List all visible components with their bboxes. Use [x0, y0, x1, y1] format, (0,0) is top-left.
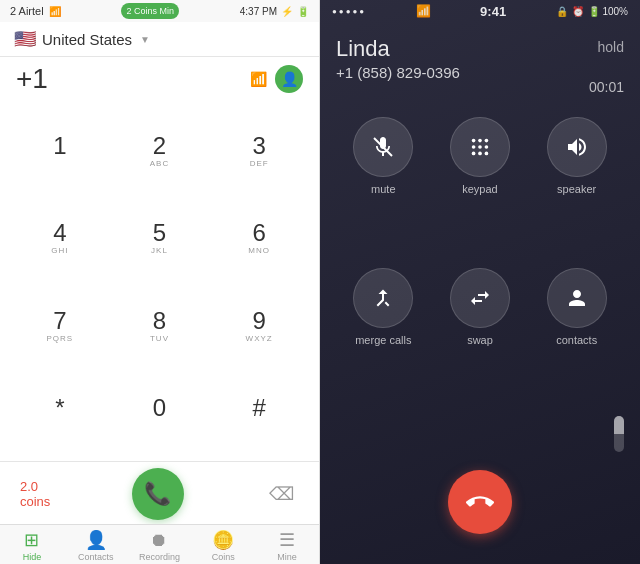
swap-circle [450, 268, 510, 328]
digit-2: 2 [153, 133, 166, 159]
number-display: +1 📶 👤 [0, 57, 319, 99]
end-call-icon [466, 488, 494, 516]
digit-1: 1 [53, 133, 66, 159]
dial-key-6[interactable]: 6 MNO [209, 195, 309, 283]
phone-icon: 📞 [144, 481, 171, 507]
coins-badge: 2 Coins Min [121, 3, 179, 19]
svg-point-8 [478, 152, 482, 156]
chevron-down-icon: ▼ [140, 34, 150, 45]
digit-3: 3 [252, 133, 265, 159]
digit-8: 8 [153, 308, 166, 334]
nav-item-mine[interactable]: ☰ Mine [255, 529, 319, 562]
delete-button[interactable]: ⌫ [265, 477, 299, 511]
battery-icon-right: 🔋 100% [588, 6, 628, 17]
keypad-button[interactable]: keypad [437, 117, 524, 258]
dialpad: 1 2 ABC 3 DEF 4 GHI 5 JKL 6 MNO 7 PQRS 8 [0, 99, 319, 461]
dial-key-9[interactable]: 9 WXYZ [209, 282, 309, 370]
call-buttons-grid: mute keypad speaker [320, 101, 640, 416]
recording-icon: ⏺ [150, 530, 168, 551]
bottom-action-bar: 2.0coins 📞 ⌫ [0, 461, 319, 524]
battery-icon-left: 🔋 [297, 6, 309, 17]
nav-label-contacts: Contacts [78, 552, 114, 562]
dial-key-2[interactable]: 2 ABC [110, 107, 210, 195]
nav-label-hide: Hide [23, 552, 42, 562]
svg-point-5 [478, 145, 482, 149]
svg-point-4 [472, 145, 476, 149]
swap-label: swap [467, 334, 493, 346]
caller-number: +1 (858) 829-0396 [336, 64, 460, 81]
svg-point-3 [485, 139, 489, 143]
wifi-icon: 📶 [416, 4, 431, 18]
svg-point-7 [472, 152, 476, 156]
dial-key-star[interactable]: * [10, 370, 110, 458]
merge-calls-button[interactable]: merge calls [340, 268, 427, 409]
bluetooth-icon: ⚡ [281, 6, 293, 17]
nav-item-recording[interactable]: ⏺ Recording [128, 530, 192, 562]
nav-item-coins[interactable]: 🪙 Coins [191, 529, 255, 562]
svg-point-6 [485, 145, 489, 149]
time-right: 9:41 [480, 4, 506, 19]
svg-point-1 [472, 139, 476, 143]
svg-point-2 [478, 139, 482, 143]
coins-cost: 2.0coins [20, 479, 50, 509]
right-panel: ●●●●● 📶 9:41 🔒 ⏰ 🔋 100% Linda +1 (858) 8… [320, 0, 640, 564]
speaker-circle [547, 117, 607, 177]
caller-name: Linda [336, 36, 460, 62]
svg-point-9 [485, 152, 489, 156]
mine-icon: ☰ [279, 529, 295, 551]
dial-key-hash[interactable]: # [209, 370, 309, 458]
dial-key-1[interactable]: 1 [10, 107, 110, 195]
keypad-label: keypad [462, 183, 497, 195]
digit-7: 7 [53, 308, 66, 334]
end-call-area [320, 460, 640, 564]
speaker-button[interactable]: speaker [533, 117, 620, 258]
contact-icon-glyph: 👤 [281, 71, 298, 87]
country-name: United States [42, 31, 132, 48]
contacts-button[interactable]: contacts [533, 268, 620, 409]
mute-label: mute [371, 183, 395, 195]
call-button[interactable]: 📞 [132, 468, 184, 520]
digit-6: 6 [252, 220, 265, 246]
dial-key-0[interactable]: 0 [110, 370, 210, 458]
merge-calls-label: merge calls [355, 334, 411, 346]
digit-4: 4 [53, 220, 66, 246]
dial-key-3[interactable]: 3 DEF [209, 107, 309, 195]
signal-icon: 📶 [250, 71, 267, 87]
caller-info: Linda +1 (858) 829-0396 hold 00:01 [320, 22, 640, 101]
dialpad-icon: ⊞ [24, 529, 39, 551]
merge-calls-circle [353, 268, 413, 328]
end-call-button[interactable] [448, 470, 512, 534]
nav-item-contacts[interactable]: 👤 Contacts [64, 529, 128, 562]
right-status-bar: ●●●●● 📶 9:41 🔒 ⏰ 🔋 100% [320, 0, 640, 22]
contacts-icon: 👤 [85, 529, 107, 551]
mute-circle [353, 117, 413, 177]
backspace-icon: ⌫ [269, 483, 294, 505]
mute-icon [371, 135, 395, 159]
nav-bar: ⊞ Hide 👤 Contacts ⏺ Recording 🪙 Coins ☰ … [0, 524, 319, 564]
volume-slider[interactable] [614, 416, 624, 452]
nav-item-hide[interactable]: ⊞ Hide [0, 529, 64, 562]
time-left: 4:37 PM [240, 6, 277, 17]
country-flag: 🇺🇸 [14, 28, 36, 50]
dial-key-4[interactable]: 4 GHI [10, 195, 110, 283]
swap-icon [468, 286, 492, 310]
left-panel: 2 Airtel 📶 2 Coins Min 4:37 PM ⚡ 🔋 🇺🇸 Un… [0, 0, 320, 564]
keypad-circle [450, 117, 510, 177]
dial-key-7[interactable]: 7 PQRS [10, 282, 110, 370]
speaker-label: speaker [557, 183, 596, 195]
speaker-icon [565, 135, 589, 159]
nav-label-mine: Mine [277, 552, 297, 562]
contacts-label-right: contacts [556, 334, 597, 346]
dial-key-5[interactable]: 5 JKL [110, 195, 210, 283]
contact-icon[interactable]: 👤 [275, 65, 303, 93]
mute-button[interactable]: mute [340, 117, 427, 258]
coins-nav-icon: 🪙 [212, 529, 234, 551]
dial-key-8[interactable]: 8 TUV [110, 282, 210, 370]
digit-star: * [55, 395, 64, 421]
keypad-icon [469, 136, 491, 158]
country-bar[interactable]: 🇺🇸 United States ▼ [0, 22, 319, 57]
alarm-icon: ⏰ [572, 6, 584, 17]
call-timer: 00:01 [589, 79, 624, 95]
signal-dots: ●●●●● [332, 7, 366, 16]
swap-button[interactable]: swap [437, 268, 524, 409]
